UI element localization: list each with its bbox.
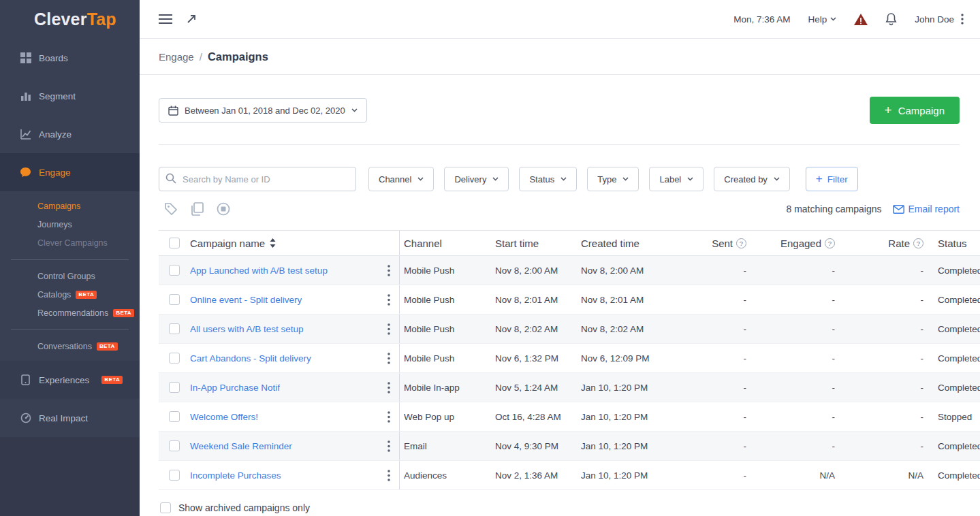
sidebar-subitem[interactable]: Control Groups — [0, 267, 140, 285]
breadcrumb-parent[interactable]: Engage — [159, 51, 194, 63]
rate-cell: - — [835, 324, 923, 334]
sidebar-subitem[interactable]: Catalogs BETA — [0, 285, 140, 304]
stop-campaigns-icon[interactable] — [217, 202, 230, 216]
search-input[interactable] — [159, 167, 356, 191]
start-time-cell: Nov 8, 2:02 AM — [491, 324, 577, 334]
sidebar-subitem[interactable]: Clever Campaigns — [0, 233, 140, 252]
select-all-checkbox[interactable] — [169, 238, 180, 248]
row-kebab-menu-icon[interactable] — [388, 411, 390, 423]
sidebar-subitem-label: Campaigns — [37, 201, 80, 211]
start-time-cell: Nov 6, 1:32 PM — [491, 353, 577, 364]
brand-logo-primary: Clever — [34, 10, 87, 29]
col-campaign-name[interactable]: Campaign name — [190, 238, 265, 249]
help-menu[interactable]: Help — [808, 14, 836, 25]
email-report-label: Email report — [908, 204, 960, 214]
page-title: Campaigns — [208, 50, 268, 63]
brand-logo[interactable]: CleverTap — [0, 0, 140, 39]
chevron-down-icon — [351, 108, 358, 112]
campaign-name-link[interactable]: In-App Purchase Notif — [190, 383, 280, 393]
status-cell: Completed — [923, 470, 980, 481]
new-campaign-button[interactable]: + Campaign — [870, 97, 960, 124]
channel-cell: Mobile Push — [400, 295, 491, 305]
notifications-bell-icon[interactable] — [885, 13, 897, 26]
channel-cell: Mobile Push — [400, 265, 491, 276]
status-cell: Completed — [923, 265, 980, 276]
filter-dropdown[interactable]: Type — [587, 167, 639, 191]
row-kebab-menu-icon[interactable] — [388, 470, 390, 481]
filter-dropdown[interactable]: Delivery — [444, 167, 509, 191]
filter-dropdown[interactable]: Label — [649, 167, 704, 191]
channel-cell: Web Pop up — [400, 412, 491, 422]
help-circle-icon[interactable]: ? — [913, 238, 923, 248]
chevron-down-icon — [774, 177, 780, 181]
table-row: Online event - Split delivery Mobile Pus… — [159, 285, 980, 315]
matching-campaigns-count: 8 matching campaigns — [786, 204, 881, 214]
filter-dropdown-label: Created by — [724, 174, 768, 184]
row-checkbox[interactable] — [169, 411, 180, 422]
hamburger-menu-icon[interactable] — [159, 14, 172, 24]
filter-dropdown-label: Label — [659, 174, 681, 184]
alert-warning-icon[interactable] — [854, 14, 868, 25]
calendar-icon — [168, 106, 178, 116]
table-row: In-App Purchase Notif Mobile In-app Nov … — [159, 373, 980, 402]
start-time-cell: Nov 5, 1:24 AM — [491, 383, 577, 393]
row-checkbox[interactable] — [169, 382, 180, 393]
sidebar-subitem[interactable]: Recommendations BETA — [0, 304, 140, 322]
sidebar-subitem[interactable]: Conversations BETA — [0, 337, 140, 355]
copy-report-icon[interactable] — [191, 202, 204, 216]
campaign-name-link[interactable]: Online event - Split delivery — [190, 295, 302, 305]
filter-dropdown[interactable]: Channel — [368, 167, 434, 191]
show-archived-checkbox[interactable] — [160, 502, 171, 513]
campaign-name-link[interactable]: Weekend Sale Reminder — [190, 441, 292, 451]
help-circle-icon[interactable]: ? — [736, 238, 746, 248]
sidebar-item-label: Real Impact — [39, 413, 88, 423]
row-checkbox[interactable] — [169, 294, 180, 305]
sidebar-item-experiences[interactable]: Experiences BETA — [0, 361, 140, 399]
created-time-cell: Nov 8, 2:02 AM — [577, 324, 665, 334]
created-time-cell: Nov 8, 2:00 AM — [577, 265, 665, 276]
sidebar-item-analyze[interactable]: Analyze — [0, 115, 140, 153]
sidebar-subitem-label: Recommendations — [37, 308, 108, 318]
row-checkbox[interactable] — [169, 323, 180, 334]
row-kebab-menu-icon[interactable] — [388, 265, 390, 276]
expand-icon[interactable] — [186, 14, 197, 25]
email-report-link[interactable]: Email report — [893, 204, 960, 214]
new-campaign-label: Campaign — [898, 105, 945, 116]
engaged-cell: - — [746, 295, 835, 305]
start-time-cell: Nov 8, 2:00 AM — [491, 265, 577, 276]
user-name: John Doe — [915, 14, 954, 25]
sidebar-subitem[interactable]: Journeys — [0, 215, 140, 233]
sidebar-subitem[interactable]: Campaigns — [0, 197, 140, 215]
sidebar-item-real-impact[interactable]: Real Impact — [0, 399, 140, 437]
sidebar-item-segment[interactable]: Segment — [0, 77, 140, 115]
sort-icon[interactable] — [270, 238, 276, 248]
row-kebab-menu-icon[interactable] — [388, 382, 390, 393]
sidebar-item-boards[interactable]: Boards — [0, 39, 140, 77]
help-circle-icon[interactable]: ? — [825, 238, 835, 248]
row-kebab-menu-icon[interactable] — [388, 294, 390, 306]
campaign-name-link[interactable]: All users with A/B test setup — [190, 324, 304, 334]
date-range-picker[interactable]: Between Jan 01, 2018 and Dec 02, 2020 — [159, 98, 367, 123]
topbar: Mon, 7:36 AM Help John Doe — [140, 0, 980, 39]
brand-logo-secondary: Tap — [87, 10, 116, 29]
campaign-name-link[interactable]: Cart Abandons - Split delivery — [190, 353, 311, 364]
chevron-down-icon — [492, 177, 499, 181]
campaign-name-link[interactable]: Incomplete Purchases — [190, 470, 281, 481]
label-tag-icon[interactable] — [164, 202, 178, 216]
user-menu[interactable]: John Doe — [915, 14, 964, 25]
start-time-cell: Nov 4, 9:30 PM — [491, 441, 577, 451]
campaign-name-link[interactable]: Welcome Offers! — [190, 412, 258, 422]
campaign-name-link[interactable]: App Launched with A/B test setup — [190, 265, 328, 276]
filter-dropdown[interactable]: Created by — [714, 167, 790, 191]
sidebar-item-engage[interactable]: Engage — [0, 153, 140, 191]
row-checkbox[interactable] — [169, 440, 180, 451]
row-checkbox[interactable] — [169, 353, 180, 364]
row-checkbox[interactable] — [169, 265, 180, 276]
row-kebab-menu-icon[interactable] — [388, 323, 390, 335]
add-filter-button[interactable]: + Filter — [806, 167, 858, 191]
row-kebab-menu-icon[interactable] — [388, 440, 390, 452]
row-kebab-menu-icon[interactable] — [388, 353, 390, 364]
filter-dropdown[interactable]: Status — [519, 167, 577, 191]
analyze-icon — [20, 129, 31, 140]
row-checkbox[interactable] — [169, 470, 180, 481]
